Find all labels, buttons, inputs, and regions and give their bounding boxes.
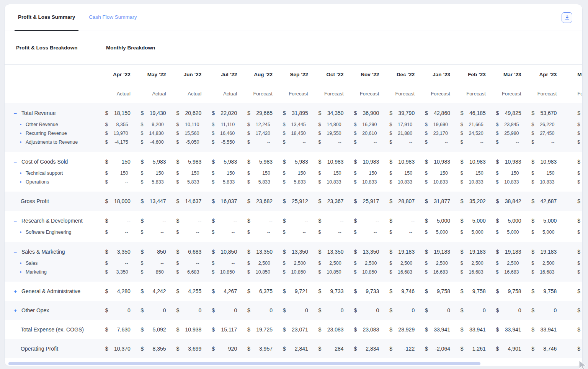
amount: 920 (228, 346, 237, 352)
value-cell: $39,790 (384, 106, 420, 120)
money-value: $49,825 (496, 110, 521, 116)
currency-symbol: $ (425, 346, 428, 352)
horizontal-scrollbar-track (5, 361, 582, 366)
money-value: $25,917 (354, 198, 379, 204)
currency-symbol: $ (496, 110, 499, 116)
minus-icon[interactable]: − (12, 159, 18, 165)
money-value: $10,850 (354, 269, 377, 275)
currency-symbol: $ (141, 261, 144, 266)
money-value: $9,721 (283, 288, 308, 294)
currency-symbol: $ (461, 269, 463, 275)
value-cell: $11,110 (207, 120, 242, 129)
minus-icon[interactable]: − (12, 110, 18, 116)
currency-symbol: $ (176, 159, 179, 165)
months-header-cells: Apr ’22May ’22Jun ’22Jul ’22Aug ’22Sep ’… (100, 65, 583, 84)
amount: 1,261 (472, 346, 486, 352)
amount: 9,733 (366, 288, 379, 294)
money-value: $42,860 (425, 110, 450, 116)
currency-symbol: $ (461, 139, 463, 145)
currency-symbol: $ (531, 261, 534, 266)
minus-icon[interactable]: − (12, 249, 18, 255)
minus-icon[interactable]: − (12, 218, 18, 224)
money-value: $ (577, 261, 583, 266)
value-cell: $150 (349, 169, 385, 177)
value-cell: $-- (420, 138, 456, 146)
value-cell: $5,833 (278, 177, 314, 186)
money-value: $4,280 (105, 288, 131, 294)
table-row-operations: Operations$--$5,833$5,833$5,833$5,833$5,… (5, 177, 582, 186)
money-value: $33,941 (461, 326, 486, 333)
money-value: $5,000 (496, 218, 521, 224)
value-cell: $0 (491, 303, 527, 317)
money-value: $5,000 (425, 218, 450, 224)
amount: -- (374, 139, 377, 145)
panel-title-profit-loss-breakdown: Profit & Loss Breakdown (5, 45, 100, 51)
money-value: $150 (283, 171, 306, 176)
currency-symbol: $ (141, 131, 144, 136)
currency-symbol: $ (105, 218, 108, 224)
row-label: Sales & Marketing (21, 249, 65, 255)
plus-icon[interactable]: + (12, 289, 18, 294)
value-cell: $2,500 (242, 259, 278, 267)
value-cell: $10,983 (456, 155, 491, 169)
amount: 150 (298, 171, 306, 176)
tab-profit-loss-summary[interactable]: Profit & Loss Summary (15, 4, 78, 31)
tab-cash-flow-summary[interactable]: Cash Flow Summary (85, 4, 140, 31)
value-cell: $-2,064 (420, 342, 456, 356)
money-value: $35,202 (461, 198, 486, 204)
money-value: $18,000 (105, 198, 131, 204)
currency-symbol: $ (247, 269, 250, 275)
amount: 5,833 (152, 179, 163, 185)
money-value: $19,183 (425, 249, 450, 255)
amount: 19,183 (469, 249, 486, 255)
value-cell: $2 (562, 120, 583, 129)
currency-symbol: $ (354, 307, 357, 313)
horizontal-scrollbar-thumb[interactable] (8, 362, 480, 365)
money-value: $850 (141, 249, 166, 255)
currency-symbol: $ (247, 326, 250, 333)
month-header-nov-22: Nov ’22 (349, 65, 385, 84)
amount: 10,983 (398, 159, 415, 165)
currency-symbol: $ (425, 159, 428, 165)
row-label-cell: −Cost of Goods Sold (5, 155, 100, 169)
value-cell: $10,833 (491, 177, 527, 186)
money-value: $10,938 (176, 326, 201, 333)
money-value: $150 (247, 171, 270, 176)
currency-symbol: $ (531, 307, 534, 313)
month-header-feb-23: Feb ’23 (456, 65, 491, 84)
period-type-7: Forecast (349, 84, 385, 103)
amount: 9,746 (401, 288, 415, 294)
amount: 9,200 (152, 122, 163, 127)
currency-symbol: $ (176, 307, 179, 313)
money-value: $10,983 (531, 159, 557, 165)
amount: 5,000 (543, 218, 557, 224)
amount: 10,833 (433, 179, 448, 185)
value-cell: $-- (136, 214, 172, 228)
value-cell: $150 (100, 155, 136, 169)
value-cell: $ (562, 138, 583, 146)
value-cell: $25,912 (278, 194, 314, 208)
value-cell: $10,850 (349, 267, 385, 276)
amount: 2,500 (329, 261, 341, 266)
currency-symbol: $ (105, 269, 108, 275)
currency-symbol: $ (496, 171, 499, 176)
amount: 0 (163, 307, 166, 313)
download-button[interactable] (562, 12, 572, 23)
currency-symbol: $ (496, 249, 499, 255)
currency-symbol: $ (105, 139, 108, 145)
money-value: $26,220 (531, 122, 554, 127)
plus-icon[interactable]: + (12, 308, 18, 313)
value-cell: $25,980 (491, 129, 527, 138)
months-header-row: Apr ’22May ’22Jun ’22Jul ’22Aug ’22Sep ’… (5, 65, 582, 84)
section-research-development: −Research & Development$--$--$--$--$--$-… (5, 211, 582, 242)
money-value: $23,083 (354, 326, 379, 333)
currency-symbol: $ (141, 139, 144, 145)
money-value: $34,350 (318, 110, 344, 116)
currency-symbol: $ (389, 159, 392, 165)
table-row-other-revenue: Other Revenue$8,355$9,200$10,110$11,110$… (5, 120, 582, 129)
value-cell: $-- (384, 214, 420, 228)
money-value: $150 (141, 171, 164, 176)
money-value: $10,983 (354, 159, 379, 165)
value-cell: $-- (278, 228, 314, 236)
currency-symbol: $ (105, 326, 108, 333)
